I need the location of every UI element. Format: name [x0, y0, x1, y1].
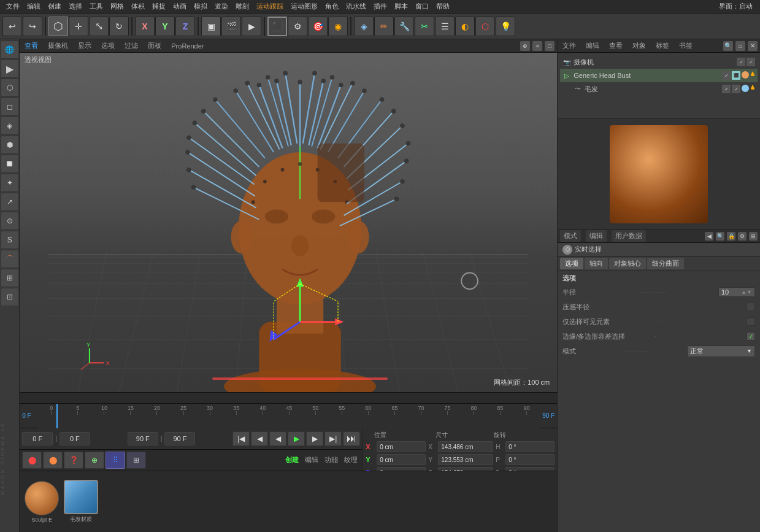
y-axis-button[interactable]: Y — [155, 17, 175, 36]
menu-simulate[interactable]: 模拟 — [190, 1, 211, 12]
render-to-pic-button[interactable]: ⬛ — [267, 17, 287, 36]
menu-mesh[interactable]: 网格 — [107, 1, 128, 12]
preview-render-button[interactable]: ◉ — [328, 17, 348, 36]
menu-render[interactable]: 道染 — [211, 1, 232, 12]
hair-render-button[interactable]: ✓ — [732, 85, 740, 93]
play-button[interactable]: ▶ — [288, 431, 305, 446]
rh-tab-file[interactable]: 文件 — [560, 40, 578, 52]
menu-volume[interactable]: 体积 — [128, 1, 148, 12]
attr-tab-options[interactable]: 选项 — [560, 258, 583, 269]
content-item-sculpt[interactable]: Sculpt E — [25, 481, 59, 523]
start-frame-input[interactable] — [22, 432, 53, 445]
attr-grid-icon[interactable]: ⊞ — [749, 232, 758, 241]
current-frame-input[interactable] — [59, 432, 90, 445]
rb-tab-mode[interactable]: 模式 — [560, 230, 581, 242]
mode-motion-button[interactable]: ❓ — [64, 452, 83, 469]
vp-tab-filter[interactable]: 过滤 — [122, 40, 140, 52]
menu-create[interactable]: 创建 — [44, 1, 65, 12]
home-icon[interactable]: ⌂ — [735, 41, 745, 51]
prev-play-button[interactable]: ◀ — [269, 431, 286, 446]
radius-value[interactable]: 10 ▲▼ — [718, 287, 755, 297]
redo-button[interactable]: ↪ — [23, 17, 42, 36]
tool-12-button[interactable]: ⊞ — [1, 269, 19, 287]
vp-tab-prorender[interactable]: ProRender — [169, 41, 206, 51]
attr-tab-axis[interactable]: 轴向 — [585, 258, 608, 269]
content-tab-create[interactable]: 创建 — [283, 455, 301, 465]
flatten-button[interactable]: ◐ — [455, 17, 475, 36]
camera-render-button[interactable]: ✓ — [747, 58, 755, 66]
menu-plugins[interactable]: 插件 — [370, 1, 391, 12]
rh-tab-bookmark[interactable]: 书签 — [677, 40, 695, 52]
tool-11-button[interactable]: ⌒ — [1, 250, 19, 268]
end-frame-input2[interactable] — [164, 432, 195, 445]
tool-8-button[interactable]: ↗ — [1, 193, 19, 211]
hair-object-row[interactable]: 〜 毛发 ✓ ✓ — [560, 82, 758, 96]
vp-tab-options[interactable]: 选项 — [99, 40, 117, 52]
end-frame-input1[interactable] — [128, 432, 158, 445]
content-tab-function[interactable]: 功能 — [322, 455, 340, 465]
h-rot-input[interactable] — [505, 441, 555, 452]
grab-button[interactable]: ☰ — [435, 17, 455, 36]
rh-tab-object[interactable]: 对象 — [630, 40, 648, 52]
sculpt-button[interactable]: 🔧 — [394, 17, 414, 36]
3d-viewport[interactable]: X Y 透视视图 网格间距：100 cm — [20, 53, 557, 392]
search-icon[interactable]: 🔍 — [723, 41, 733, 51]
x-pos-input[interactable] — [377, 441, 426, 452]
menu-sculpt[interactable]: 雕刻 — [232, 1, 253, 12]
content-tab-texture[interactable]: 纹理 — [342, 455, 360, 465]
tool-4-button[interactable]: ◈ — [1, 117, 19, 135]
x-axis-button[interactable]: X — [135, 17, 155, 36]
world-view-button[interactable]: 🌐 — [1, 40, 19, 59]
menu-select[interactable]: 选择 — [65, 1, 86, 12]
go-start-button[interactable]: |◀ — [232, 431, 250, 446]
camera-vis-button[interactable]: ✓ — [737, 58, 745, 66]
knife-button[interactable]: ✂ — [415, 17, 434, 36]
vp-icon-2[interactable]: ≡ — [532, 41, 542, 51]
rotate-tool-button[interactable]: ↻ — [109, 17, 129, 36]
attr-search-icon[interactable]: 🔍 — [716, 232, 724, 241]
record-button[interactable]: ⏭ — [343, 431, 360, 446]
attr-lock-icon[interactable]: 🔒 — [727, 232, 735, 241]
next-frame-button[interactable]: ▶ — [306, 431, 323, 446]
undo-button[interactable]: ↩ — [2, 17, 22, 36]
prev-frame-button[interactable]: ◀ — [251, 431, 268, 446]
tool-10-button[interactable]: S — [1, 231, 19, 249]
rb-tab-edit[interactable]: 编辑 — [586, 230, 607, 242]
vp-tab-display[interactable]: 显示 — [75, 40, 94, 52]
menu-mograph[interactable]: 运动图形 — [287, 1, 321, 12]
attr-tab-subdivision[interactable]: 细分曲面 — [647, 258, 684, 269]
attr-back-icon[interactable]: ◀ — [705, 232, 713, 241]
tool-9-button[interactable]: ⊙ — [1, 212, 19, 230]
attrs-scroll-area[interactable]: 半径 ············ 10 ▲▼ 压感半径 ······· 仅选择可见… — [558, 285, 760, 359]
y-pos-input[interactable] — [377, 454, 426, 465]
tool-7-button[interactable]: ✦ — [1, 174, 19, 192]
tool-6-button[interactable]: 🔲 — [1, 155, 19, 173]
menu-motion-track[interactable]: 运动跟踪 — [253, 1, 287, 12]
mode-record-button[interactable]: ⬤ — [22, 452, 42, 469]
head-bust-row[interactable]: ▷ Generic Head Bust ✓ ⬛ — [560, 69, 758, 82]
close-icon[interactable]: ✕ — [748, 41, 758, 51]
pressure-check[interactable] — [747, 303, 755, 311]
tool-1-button[interactable]: ▶ — [1, 60, 19, 78]
timeline-ruler[interactable]: 0 5 10 15 20 25 30 35 40 45 50 55 60 65 … — [38, 404, 540, 428]
perspective-button[interactable]: ◈ — [354, 17, 374, 36]
scale-tool-button[interactable]: ⤡ — [89, 17, 109, 36]
content-tab-edit[interactable]: 编辑 — [302, 455, 321, 465]
vp-icon-1[interactable]: ⊕ — [520, 41, 530, 51]
vp-tab-panel[interactable]: 面板 — [145, 40, 164, 52]
edge-check[interactable]: ✓ — [747, 332, 755, 341]
vp-icon-3[interactable]: □ — [545, 41, 555, 51]
z-axis-button[interactable]: Z — [175, 17, 195, 36]
attr-settings-icon[interactable]: ⚙ — [738, 232, 747, 241]
rb-tab-userdata[interactable]: 用户数据 — [612, 230, 646, 242]
brush-button[interactable]: ✏ — [374, 17, 394, 36]
go-end-button[interactable]: ▶| — [324, 431, 342, 446]
menu-edit[interactable]: 编辑 — [23, 1, 44, 12]
menu-character[interactable]: 角色 — [321, 1, 342, 12]
camera-object-row[interactable]: 📷 摄像机 ✓ ✓ — [560, 55, 758, 69]
content-item-hair[interactable]: 毛发材质 — [64, 480, 98, 523]
vp-tab-camera[interactable]: 摄像机 — [45, 40, 71, 52]
rh-tab-edit[interactable]: 编辑 — [583, 40, 602, 52]
render-mode-button[interactable]: 🎬 — [221, 17, 241, 36]
tool-5-button[interactable]: ⬢ — [1, 136, 19, 154]
